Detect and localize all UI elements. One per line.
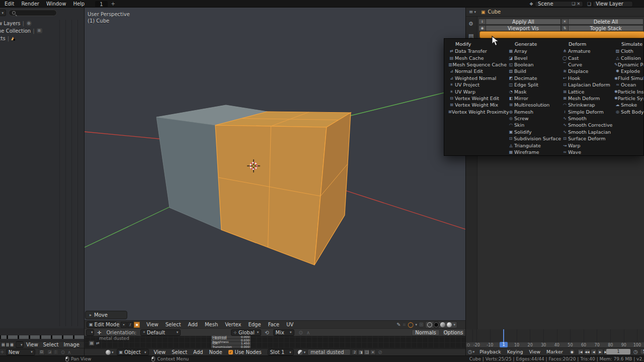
modifier-menu-item[interactable]: ✎ Dynamic Paint <box>614 61 644 68</box>
wireframe-shading-icon[interactable] <box>427 322 432 327</box>
modifier-menu-item[interactable]: ◩ Decimate <box>508 75 561 81</box>
copy-scene-icon[interactable]: ❏ <box>572 2 575 6</box>
snap-icon[interactable]: ⊞ <box>419 322 423 327</box>
transport-button[interactable]: ▶ <box>597 349 603 355</box>
modifier-menu-item[interactable]: ⊞ Lattice <box>561 88 614 95</box>
pin-icon[interactable]: ✛ <box>1 350 4 354</box>
modifier-menu-item[interactable]: ▦ Wireframe <box>508 149 561 155</box>
modifier-menu-item[interactable]: ∿ Smooth Corrective <box>561 122 614 128</box>
modifier-menu-item[interactable]: ⊡ Laplacian Deform <box>561 81 614 88</box>
modifier-menu-item[interactable]: ◉ Fluid Simulation <box>614 75 644 81</box>
proportional-dropdown-icon[interactable]: ▾ <box>416 323 418 327</box>
modifier-menu-item[interactable]: ◬ Triangulate <box>508 142 561 148</box>
modifier-action-button[interactable]: ◉ Viewport Vis <box>478 25 561 31</box>
shader-canvas[interactable]: ▤ ⇄ metal dusted Clearcoat 0.000 Clearco… <box>85 336 465 348</box>
shader-editor-menu-item[interactable]: Node <box>206 349 225 355</box>
modifier-menu-item[interactable]: ⋔ Armature <box>561 48 614 54</box>
viewport-menu-item[interactable]: Mesh <box>201 322 221 327</box>
shader-editor[interactable]: ▤ ⇄ metal dusted Clearcoat 0.000 Clearco… <box>85 336 465 355</box>
material-name-field[interactable]: metal dusted <box>307 349 351 355</box>
modifier-menu-item[interactable]: ∿ Smooth Laplacian <box>561 129 614 135</box>
material-users-count[interactable]: 2 <box>352 349 358 355</box>
shader-editor-menu-item[interactable]: Add <box>190 349 206 355</box>
material-shading-icon[interactable] <box>440 322 445 327</box>
unlink-scene-icon[interactable]: ✕ <box>577 2 580 6</box>
modifier-action-button[interactable]: ⇅ Toggle Stack <box>561 25 643 31</box>
modifier-menu-item[interactable]: ⊿ Weighted Normal <box>448 75 507 81</box>
mask-toggle-icon[interactable]: ▦ <box>10 342 14 347</box>
image-editor-menu-item[interactable]: View <box>24 342 41 347</box>
modifier-menu-item[interactable]: ⊞ Multiresolution <box>508 102 561 108</box>
proportional-uv-icon[interactable]: ⊙ <box>61 349 65 355</box>
viewport-menu-item[interactable]: Face <box>265 322 283 327</box>
display-channels-icon[interactable]: ▯ <box>53 349 59 355</box>
modifier-menu-item[interactable]: ∿ Smooth <box>561 115 614 122</box>
modifier-menu-item[interactable]: ◫ Edge Split <box>508 81 561 88</box>
image-editor-menu-item[interactable]: Select <box>41 342 61 347</box>
shader-type-dropdown-icon[interactable]: ▾ <box>112 350 114 354</box>
editor-corner-widget[interactable]: ▤ ⇄ <box>89 340 100 346</box>
material-slot-dropdown[interactable]: Slot 1 <box>268 349 294 355</box>
transport-button[interactable]: ◀◀ <box>584 349 590 355</box>
modifier-menu-item[interactable]: ✱ Particle Instance <box>614 88 644 95</box>
modifier-menu-item[interactable]: ▥ Mesh Sequence Cache <box>448 61 507 68</box>
shader-editor-menu-item[interactable]: View <box>151 349 169 355</box>
modifier-menu-item[interactable]: ⊡ Subdivision Surface <box>508 135 561 142</box>
modifier-menu-item[interactable]: ✺ Explode <box>614 68 644 74</box>
view-layer-selector[interactable]: View Layer <box>593 1 633 7</box>
curve-falloff-icon[interactable]: ∧ <box>306 330 310 335</box>
center-view-icon[interactable]: ⊡ <box>39 349 45 355</box>
use-nodes-checkbox[interactable]: ✓ <box>228 350 233 354</box>
render-layer-icon[interactable]: ◍ <box>26 21 32 26</box>
outliner-row-scene-collection[interactable]: ne Collection | ⊞ <box>0 27 42 34</box>
frame-number-field[interactable]: 1 <box>606 349 630 354</box>
modifier-action-button[interactable]: ✕ Delete All <box>561 19 643 25</box>
viewport-menu-item[interactable]: Add <box>185 322 201 327</box>
clock-icon[interactable]: ◷ <box>468 349 472 354</box>
add-workspace-button[interactable]: + <box>108 1 119 7</box>
transport-button[interactable]: ◀ <box>591 349 597 355</box>
modifier-menu-item[interactable]: ↝ Warp <box>561 142 614 148</box>
viewport-menu-item[interactable]: Vertex <box>221 322 245 327</box>
topbar-menu-item[interactable]: Window <box>43 1 69 7</box>
mix-mode-dropdown[interactable]: Mix <box>273 329 294 336</box>
timeline-ruler[interactable]: -20-10102030405060708090100110 <box>466 342 644 347</box>
modifier-menu-item[interactable]: ⇄ Data Transfer <box>448 48 507 54</box>
mode-dropdown[interactable]: ▣ Edit Mode <box>87 321 117 328</box>
move-tool-icon[interactable]: ✛ <box>97 330 101 335</box>
modifier-menu-item[interactable]: ◠ Shrinkwrap <box>561 102 614 108</box>
outliner-search-input[interactable] <box>9 10 57 16</box>
new-image-dropdown[interactable]: New <box>6 349 35 355</box>
falloff-uv-icon[interactable]: ∧ <box>67 349 71 355</box>
modifier-menu-item[interactable]: ◎ Screw <box>508 115 561 122</box>
shading-dropdown-icon[interactable]: ▾ <box>453 323 455 327</box>
workspace-tab[interactable]: 1 <box>95 1 107 8</box>
viewport-menu-item[interactable]: Edge <box>245 322 264 327</box>
material-icon[interactable] <box>298 350 303 355</box>
modifier-menu-item[interactable]: ◧ Mirror <box>508 95 561 102</box>
modifier-menu-item[interactable]: ▤ Mesh Cache <box>448 54 507 61</box>
vertex-select-button[interactable]: ∙ <box>121 322 127 328</box>
scene-selector[interactable]: Scene ❏ ✕ <box>535 1 583 7</box>
modifier-menu-item[interactable]: ⊟ Vertex Weight Edit <box>448 95 507 102</box>
operator-panel-move[interactable]: ▸ Move <box>85 311 127 319</box>
orientation-dropdown[interactable]: ⌖ Default <box>140 329 181 336</box>
topbar-menu-item[interactable]: Help <box>69 1 88 7</box>
new-collection-icon[interactable]: ⊞ <box>37 28 42 33</box>
modifier-menu-item[interactable]: ☁ Smoke <box>614 102 644 108</box>
transport-button[interactable]: |◀ <box>578 349 584 355</box>
modifier-menu-item[interactable]: ✱ Particle System <box>614 95 644 102</box>
options-button[interactable]: Options <box>442 329 464 336</box>
normals-button[interactable]: Normals <box>412 329 440 336</box>
proportional-edit-icon[interactable]: ◯ <box>408 322 413 327</box>
current-frame-indicator[interactable]: 1 <box>500 342 508 347</box>
modifier-menu-item[interactable]: ◱ Boolean <box>508 61 561 68</box>
modifier-menu-item[interactable]: ⊞ Vertex Weight Mix <box>448 102 507 108</box>
modifier-menu-item[interactable]: ≈ Wave <box>561 149 614 155</box>
editor-type-icon[interactable]: ▤ <box>89 340 95 346</box>
editor-dropdown-icon[interactable]: ▾ <box>474 10 476 14</box>
modifier-menu-item[interactable]: ⊠ Vertex Weight Proximity <box>448 109 507 115</box>
modifier-menu-item[interactable]: ⊠ Mesh Deform <box>561 95 614 102</box>
timeline-editor-dropdown-icon[interactable]: ▾ <box>473 350 475 354</box>
image-sequence-strip[interactable] <box>0 335 85 339</box>
